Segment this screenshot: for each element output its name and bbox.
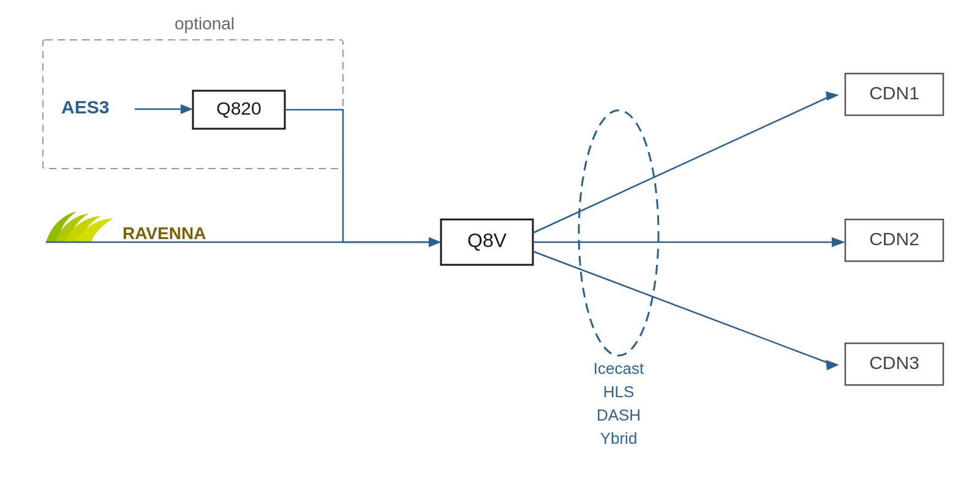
protocol-dash: DASH [597,406,641,424]
svg-line-5 [533,95,833,233]
svg-marker-4 [429,237,441,247]
diagram: optional AES3 Q820 RAVENNA Q8V CDN1 [0,0,980,499]
q820-label: Q820 [216,98,261,118]
protocol-ybrid: Ybrid [600,429,638,448]
optional-label: optional [175,14,235,33]
svg-marker-10 [826,360,839,370]
protocol-icecast: Icecast [594,359,644,378]
protocol-hls: HLS [603,383,635,401]
cdn2-label: CDN2 [869,229,919,249]
svg-marker-1 [181,104,193,114]
svg-marker-8 [832,237,845,247]
protocol-ellipse [579,110,658,356]
svg-marker-6 [826,91,839,101]
q8v-label: Q8V [467,229,507,251]
ravenna-label: RAVENNA [123,224,206,243]
svg-line-9 [533,251,833,365]
cdn3-label: CDN3 [869,352,919,373]
aes3-label: AES3 [61,97,109,117]
cdn1-label: CDN1 [869,83,919,103]
ravenna-logo [46,211,113,242]
